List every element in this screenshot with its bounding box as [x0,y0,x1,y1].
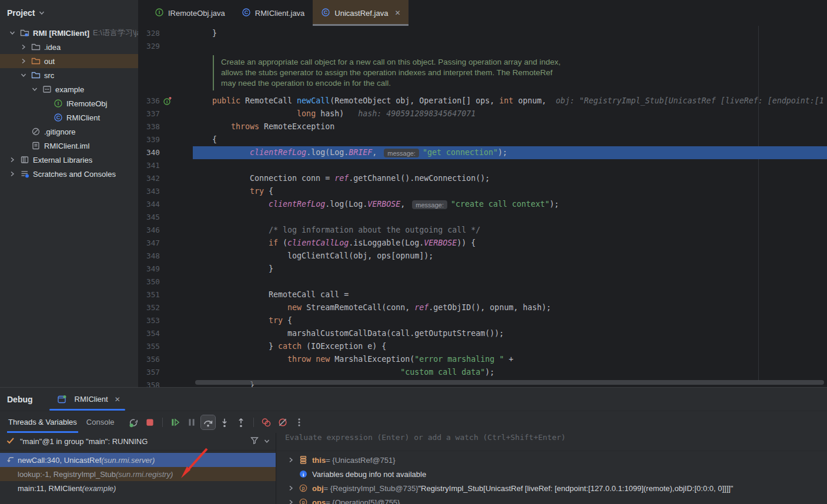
debug-view-tab-console[interactable]: Console [85,411,116,433]
project-panel-header[interactable]: Project [0,0,138,26]
chevron-right-icon[interactable] [17,44,30,50]
line-number[interactable]: 346 [138,224,160,237]
chevron-right-icon[interactable] [6,171,19,177]
code-line-342[interactable]: 342 Connection conn = ref.getChannel().n… [138,172,827,185]
chevron-down-icon[interactable] [264,437,270,446]
line-number[interactable]: 351 [138,288,160,301]
code-line-349[interactable]: 349 } [138,263,827,275]
tree-item--gitignore[interactable]: .gitignore [0,125,138,139]
variable-row[interactable]: pops = {Operation[5]@755} [277,495,827,504]
rerun-debugger-icon[interactable] [126,415,140,429]
close-icon[interactable]: ✕ [115,395,120,404]
code-line-356[interactable]: 356 throw new MarshalException("error ma… [138,353,827,366]
code-line-328[interactable]: 328} [138,27,827,40]
editor-tab-iremoteobj-java[interactable]: IIRemoteObj.java [146,0,233,26]
chevron-right-icon[interactable] [286,499,296,504]
code-line-354[interactable]: 354 marshalCustomCallData(call.getOutput… [138,327,827,340]
chevron-right-icon[interactable] [17,58,30,64]
line-number[interactable]: 348 [138,250,160,263]
filter-icon[interactable] [250,436,259,447]
chevron-right-icon[interactable] [286,485,296,491]
view-breakpoints-icon[interactable] [259,415,273,429]
variable-row[interactable]: iVariables debug info not available [277,467,827,481]
tree-item-rmiclient-iml[interactable]: RMIClient.iml [0,139,138,153]
close-icon[interactable]: ✕ [394,9,400,17]
editor-tab-rmiclient-java[interactable]: CRMIClient.java [233,0,313,26]
chevron-right-icon[interactable] [286,457,296,463]
line-number[interactable]: 350 [138,275,160,288]
code-editor[interactable]: 328}329336Ipublic RemoteCall newCall(Rem… [138,26,827,387]
editor-tab-unicastref-java[interactable]: CUnicastRef.java✕ [313,0,409,26]
mute-breakpoints-icon[interactable] [276,415,290,429]
stack-frame[interactable]: newCall:340, UnicastRef (sun.rmi.server) [0,453,276,467]
tree-item-external-libraries[interactable]: External Libraries [0,153,138,167]
code-line-336[interactable]: 336Ipublic RemoteCall newCall(RemoteObje… [138,95,827,107]
line-number[interactable]: 357 [138,366,160,379]
code-line-341[interactable]: 341 [138,159,827,172]
tree-item-src[interactable]: src [0,68,138,82]
code-line-343[interactable]: 343 try { [138,185,827,198]
code-line-344[interactable]: 344 clientRefLog.log(Log.VERBOSE, messag… [138,198,827,211]
line-number[interactable]: 341 [138,159,160,172]
debug-view-tab-threads-variables[interactable]: Threads & Variables [7,411,78,433]
step-into-icon[interactable] [217,415,232,429]
tree-item-iremoteobj[interactable]: IIRemoteObj [0,96,138,110]
line-number[interactable]: 336 [138,95,160,107]
line-number[interactable]: 342 [138,172,160,185]
variable-row[interactable]: pobj = {RegistryImpl_Stub@735} "Registry… [277,481,827,495]
line-number[interactable]: 349 [138,263,160,275]
code-line-352[interactable]: 352 new StreamRemoteCall(conn, ref.getOb… [138,301,827,314]
line-number[interactable]: 337 [138,107,160,120]
pause-icon[interactable] [185,415,199,429]
tree-item-scratches-and-consoles[interactable]: Scratches and Consoles [0,167,138,181]
debug-session-tab[interactable]: RMIClient ✕ [49,388,125,411]
chevron-down-icon[interactable] [28,86,41,92]
code-line-339[interactable]: 339{ [138,133,827,146]
line-number[interactable]: 329 [138,40,160,53]
code-line-357[interactable]: 357 "custom call data"); [138,366,827,379]
line-number[interactable]: 353 [138,314,160,327]
line-number[interactable]: 352 [138,301,160,314]
resume-icon[interactable] [168,415,182,429]
code-line-338[interactable]: 338 throws RemoteException [138,120,827,133]
tree-item--idea[interactable]: .idea [0,40,138,54]
stop-icon[interactable] [143,415,157,429]
line-number[interactable]: 344 [138,198,160,211]
code-line-353[interactable]: 353 try { [138,314,827,327]
code-line-345[interactable]: 345 [138,211,827,224]
line-number[interactable]: 358 [138,379,160,387]
implementing-method-icon[interactable]: I [163,96,172,108]
step-over-icon[interactable] [201,415,215,429]
code-line-351[interactable]: 351 RemoteCall call = [138,288,827,301]
code-line-337[interactable]: 337 long hash) hash: 4905912898345647071 [138,107,827,120]
tree-item-rmiclient[interactable]: CRMIClient [0,110,138,125]
code-line-329[interactable]: 329 [138,40,827,53]
thread-status-row[interactable]: "main"@1 in group "main": RUNNING [0,433,276,451]
line-number[interactable]: 347 [138,237,160,250]
code-line-355[interactable]: 355 } catch (IOException e) { [138,340,827,353]
step-out-icon[interactable] [234,415,248,429]
more-icon[interactable] [292,415,306,429]
line-number[interactable]: 338 [138,120,160,133]
tree-item-example[interactable]: example [0,82,138,96]
stack-frame[interactable]: lookup:-1, RegistryImpl_Stub (sun.rmi.re… [0,467,276,481]
chevron-down-icon[interactable] [17,72,30,78]
code-line-346[interactable]: 346 /* log information about the outgoin… [138,224,827,237]
code-line-350[interactable]: 350 [138,275,827,288]
tree-item-out[interactable]: out [0,54,138,68]
evaluate-expression-input[interactable]: Evaluate expression (Enter) or add a wat… [277,433,827,451]
line-number[interactable]: 356 [138,353,160,366]
chevron-right-icon[interactable] [6,157,19,163]
chevron-down-icon[interactable] [6,30,19,36]
line-number[interactable]: 345 [138,211,160,224]
code-line-348[interactable]: 348 logClientCall(obj, ops[opnum]); [138,250,827,263]
code-line-347[interactable]: 347 if (clientCallLog.isLoggable(Log.VER… [138,237,827,250]
code-line-340[interactable]: 340 clientRefLog.log(Log.BRIEF, message:… [138,146,827,159]
stack-frame[interactable]: main:11, RMIClient (example) [0,481,276,495]
line-number[interactable]: 343 [138,185,160,198]
tree-item-rmi-rmiclient-[interactable]: RMI [RMIClient]E:\语言学习\ja [0,26,138,40]
line-number[interactable]: 328 [138,27,160,40]
line-number[interactable]: 354 [138,327,160,340]
horizontal-scrollbar[interactable] [195,380,824,385]
variable-row[interactable]: this = {UnicastRef@751} [277,453,827,467]
